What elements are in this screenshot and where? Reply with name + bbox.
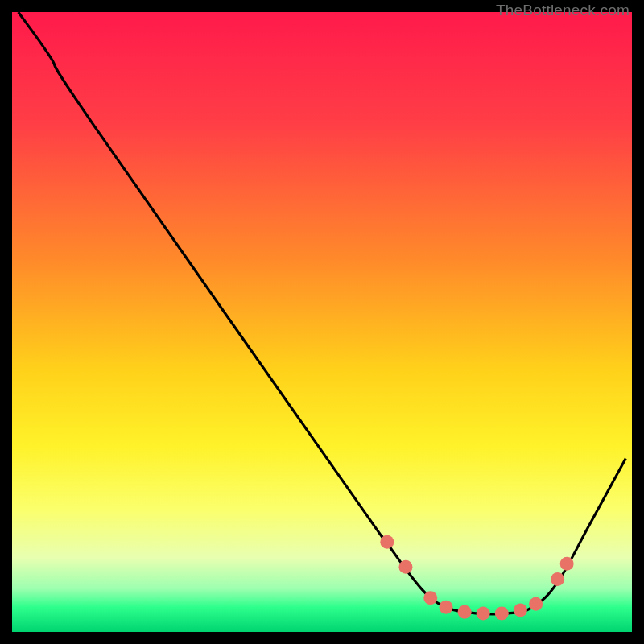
marker-dot bbox=[380, 535, 394, 549]
marker-dot bbox=[551, 572, 564, 586]
marker-dot bbox=[398, 560, 412, 574]
marker-dot bbox=[440, 601, 453, 614]
bottleneck-chart bbox=[12, 12, 632, 632]
watermark-text: TheBottleneck.com bbox=[496, 2, 630, 19]
marker-dot bbox=[529, 597, 543, 611]
marker-dot bbox=[423, 591, 437, 605]
marker-dot bbox=[560, 557, 574, 571]
marker-dot bbox=[477, 606, 490, 620]
gradient-background bbox=[12, 12, 632, 632]
marker-dot bbox=[514, 604, 527, 617]
marker-dot bbox=[495, 606, 509, 620]
marker-dot bbox=[458, 605, 472, 619]
